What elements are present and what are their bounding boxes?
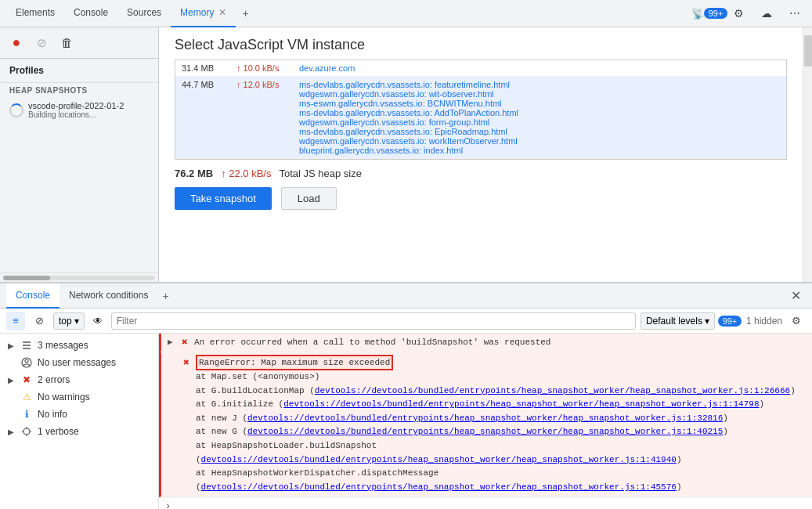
stack-line-3: at G.initialize (devtools://devtools/bun… [196, 398, 806, 412]
heap-snapshots-label: HEAP SNAPSHOTS [0, 83, 158, 98]
info-icon: ℹ [20, 408, 33, 421]
stack-line-5: at new G (devtools://devtools/bundled/en… [196, 425, 806, 439]
stack-line-1: at Map.set (<anonymous>) [196, 370, 806, 384]
tab-memory-close[interactable]: ✕ [218, 7, 226, 18]
stop-button[interactable]: ⊘ [31, 33, 52, 53]
tab-console[interactable]: Console [64, 0, 117, 27]
level-chevron-icon: ▾ [705, 316, 709, 327]
devtools-broadcast-icon[interactable]: 📡 99+ [699, 2, 721, 24]
console-panel: Console Network conditions + ✕ ≡ ⊘ top ▾… [0, 282, 812, 509]
chevron-down-icon: ▾ [74, 316, 79, 327]
settings-icon[interactable]: ⚙ [727, 2, 749, 24]
nav-messages[interactable]: ▶ 3 messages [0, 337, 158, 354]
error-message-2: ✖ RangeError: Map maximum size exceeded … [159, 352, 812, 498]
profiles-header: Profiles [0, 59, 158, 83]
right-panel-wrapper: Select JavaScript VM instance 31.4 MB ↑ … [159, 27, 812, 282]
top-context-selector[interactable]: top ▾ [53, 312, 85, 330]
svg-point-5 [23, 428, 30, 435]
tab-console-bottom[interactable]: Console [6, 283, 60, 309]
range-error-highlight: RangeError: Map maximum size exceeded [196, 355, 393, 371]
nav-user-messages[interactable]: ▶ No user messages [0, 354, 158, 371]
vm-list[interactable]: 31.4 MB ↑ 10.0 kB/s dev.azure.com 44.7 M… [175, 60, 787, 160]
error-circle-icon: ✖ [20, 374, 33, 386]
more-options-icon[interactable]: ⋯ [784, 2, 806, 24]
console-prompt[interactable]: › [159, 497, 812, 509]
user-circle-icon [20, 356, 33, 369]
vm-domain-1: dev.azure.com [299, 63, 780, 73]
console-messages-icon[interactable]: ≡ [6, 312, 25, 330]
errors-label: 2 errors [38, 374, 70, 385]
warning-icon: ⚠ [20, 391, 33, 403]
user-messages-label: No user messages [38, 357, 116, 368]
verbose-icon [20, 425, 33, 438]
vm-row-2[interactable]: 44.7 MB ↑ 12.0 kB/s ms-devlabs.gallerycd… [175, 77, 786, 159]
sidebar: ● ⊘ 🗑 Profiles HEAP SNAPSHOTS vscode-pro… [0, 27, 159, 282]
vm-row[interactable]: 31.4 MB ↑ 10.0 kB/s dev.azure.com [175, 60, 786, 77]
devtools-badge: 99+ [704, 8, 728, 19]
tab-network-conditions[interactable]: Network conditions [60, 283, 157, 309]
eye-icon[interactable]: 👁 [89, 312, 106, 330]
prompt-arrow-icon: › [165, 501, 171, 509]
vm-size-1: 31.4 MB [182, 63, 236, 73]
record-button[interactable]: ● [6, 33, 27, 53]
console-badge: 99+ [718, 316, 742, 327]
nav-verbose[interactable]: ▶ 1 verbose [0, 423, 158, 440]
take-snapshot-button[interactable]: Take snapshot [175, 187, 272, 210]
console-clear-icon[interactable]: ⊘ [30, 312, 49, 330]
vm-size-2: 44.7 MB [182, 80, 236, 89]
error-icon-1: ✖ [179, 336, 191, 348]
stack-line-4: at new J (devtools://devtools/bundled/en… [196, 412, 806, 426]
total-heap-size: 76.2 MB [175, 168, 213, 179]
nav-info[interactable]: ▶ ℹ No info [0, 406, 158, 423]
verbose-expand-icon[interactable]: ▶ [6, 427, 16, 436]
stack-trace: at Map.set (<anonymous>) at G.buildLocat… [180, 370, 806, 494]
profile-sub: Building locations... [28, 110, 124, 119]
expand-icon[interactable]: ▶ [6, 341, 16, 350]
new-tab-button[interactable]: + [236, 7, 254, 20]
sidebar-toolbar: ● ⊘ 🗑 [0, 27, 158, 59]
total-heap-label: Total JS heap size [279, 168, 362, 179]
console-body: ▶ 3 messages ▶ No user messages ▶ ✖ 2 er… [0, 334, 812, 509]
tab-sources[interactable]: Sources [117, 0, 171, 27]
level-selector[interactable]: Default levels ▾ [641, 312, 715, 330]
badge-filter[interactable]: 99+ [720, 310, 742, 332]
right-panel: Select JavaScript VM instance 31.4 MB ↑ … [159, 27, 803, 282]
stack-line-2: at G.buildLocationMap (devtools://devtoo… [196, 384, 806, 399]
profile-item[interactable]: vscode-profile-2022-01-2 Building locati… [0, 98, 158, 122]
console-nav: ▶ 3 messages ▶ No user messages ▶ ✖ 2 er… [0, 334, 159, 509]
nav-warnings[interactable]: ▶ ⚠ No warnings [0, 388, 158, 406]
main-area: ● ⊘ 🗑 Profiles HEAP SNAPSHOTS vscode-pro… [0, 27, 812, 282]
verbose-label: 1 verbose [38, 426, 79, 437]
svg-point-4 [25, 359, 28, 363]
msg-expand-1[interactable]: ▶ [168, 337, 179, 347]
total-heap: 76.2 MB ↑ 22.0 kB/s Total JS heap size [159, 160, 803, 187]
warnings-label: No warnings [38, 392, 90, 403]
stack-line-7: at HeapSnapshotWorkerDispatcher.dispatch… [196, 467, 806, 494]
error-text-1: An error occurred when a call to method … [194, 336, 806, 349]
tab-elements[interactable]: Elements [6, 0, 64, 27]
load-button[interactable]: Load [281, 187, 337, 210]
console-tabs: Console Network conditions + ✕ [0, 283, 812, 309]
devtools-topbar: Elements Console Sources Memory ✕ + 📡 99… [0, 0, 812, 27]
console-new-tab-button[interactable]: + [157, 290, 173, 302]
filter-input[interactable] [111, 312, 636, 330]
error-icon-2: ✖ [180, 356, 193, 369]
console-settings-icon[interactable]: ⚙ [787, 312, 806, 330]
sidebar-scroll-area [0, 122, 158, 273]
list-icon [20, 339, 33, 352]
errors-expand-icon[interactable]: ▶ [6, 375, 16, 384]
profile-spinner-icon [9, 103, 23, 117]
tab-memory[interactable]: Memory ✕ [171, 0, 236, 27]
console-messages[interactable]: ▶ ✖ An error occurred when a call to met… [159, 334, 812, 509]
nav-errors[interactable]: ▶ ✖ 2 errors [0, 371, 158, 388]
clear-button[interactable]: 🗑 [56, 33, 77, 53]
vm-domain-2: ms-devlabs.gallerycdn.vsassets.io: featu… [299, 80, 780, 155]
vm-speed-2: ↑ 12.0 kB/s [236, 80, 299, 89]
vm-speed-1: ↑ 10.0 kB/s [236, 63, 299, 73]
console-close-button[interactable]: ✕ [785, 286, 806, 306]
sidebar-horizontal-scrollbar[interactable] [0, 273, 158, 282]
right-vertical-scrollbar[interactable] [803, 27, 812, 282]
messages-label: 3 messages [38, 340, 88, 351]
error-message-1: ▶ ✖ An error occurred when a call to met… [159, 334, 812, 352]
remote-devices-icon[interactable]: ☁ [756, 2, 778, 24]
